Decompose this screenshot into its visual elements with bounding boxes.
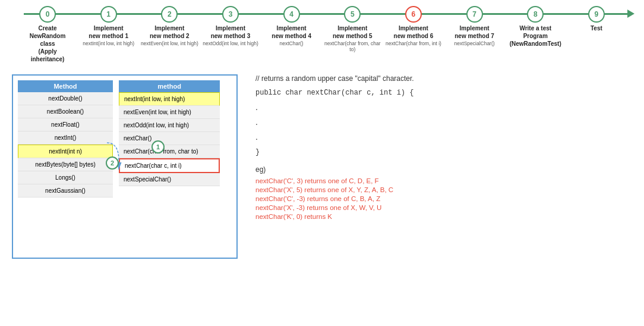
step-label-6: Implementnew method 6 xyxy=(394,24,434,40)
step-circle-4: 4 xyxy=(283,6,300,23)
annotation-circle-2: 2 xyxy=(106,156,119,170)
left-table-row-6: Longs() xyxy=(18,171,113,184)
example-line-1: nextChar('X', 5) returns one of X, Y, Z,… xyxy=(255,186,632,193)
left-table-row-1: nextBoolean() xyxy=(18,105,113,118)
timeline-step-7: 7 Implementnew method 7 nextSpecialChar(… xyxy=(445,6,504,63)
example-label: eg) xyxy=(255,165,632,174)
timeline: 0 CreateNewRandomclass(Applyinheritance)… xyxy=(0,0,644,71)
step-circle-7: 7 xyxy=(466,6,483,23)
dot-1: . xyxy=(255,100,632,115)
left-table-row-0: nextDouble() xyxy=(18,92,113,105)
step-circle-2: 2 xyxy=(161,6,178,23)
step-label-4: Implementnew method 4 xyxy=(272,24,311,40)
timeline-step-5: 5 Implementnew method 5 nextChar(char fr… xyxy=(323,6,382,63)
right-table-row-3: nextChar() xyxy=(119,132,220,145)
step-circle-3: 3 xyxy=(222,6,239,23)
right-table-row-4: nextChar(char from, char to) xyxy=(119,145,220,158)
dots-section: . . . xyxy=(255,100,632,145)
step-circle-8: 8 xyxy=(527,6,544,23)
examples-section: eg) nextChar('C', 3) returns one of C, D… xyxy=(255,165,632,220)
step-sublabel-5: nextChar(char from, char to) xyxy=(323,40,382,52)
step-circle-1: 1 xyxy=(100,6,117,23)
annotation-circle-1: 1 xyxy=(151,140,165,153)
left-table-header: Method xyxy=(18,80,113,92)
timeline-step-4: 4 Implementnew method 4 nextChar() xyxy=(262,6,321,63)
dot-2: . xyxy=(255,115,632,130)
step-circle-6: 6 xyxy=(405,6,422,23)
timeline-step-9: 9 Test xyxy=(567,6,626,63)
step-sublabel-7: nextSpecialChar() xyxy=(454,40,495,46)
right-content: // returns a random upper case "capital"… xyxy=(250,74,632,259)
diagram-inner: Method nextDouble() nextBoolean() nextFl… xyxy=(18,80,232,198)
step-sublabel-3: nextOdd(int low, int high) xyxy=(203,40,258,46)
right-table-row-2: nextOdd(int low, int high) xyxy=(119,119,220,132)
timeline-step-1: 1 Implementnew method 1 nextInt(int low,… xyxy=(79,6,138,63)
example-line-4: nextChar('K', 0) returns K xyxy=(255,213,632,220)
timeline-step-8: 8 Write a testProgram(NewRandomTest) xyxy=(506,6,565,63)
main-content: Method nextDouble() nextBoolean() nextFl… xyxy=(0,71,644,262)
right-table-row-6: nextSpecialChar() xyxy=(119,173,220,186)
timeline-step-6: 6 Implementnew method 6 nextChar(char fr… xyxy=(384,6,443,63)
step-circle-9: 9 xyxy=(588,6,605,23)
step-label-0: CreateNewRandomclass(Applyinheritance) xyxy=(30,24,66,63)
right-table: method nextInt(int low, int high) nextEv… xyxy=(119,80,220,198)
closing-brace: } xyxy=(255,148,632,156)
comment-line: // returns a random upper case "capital"… xyxy=(255,74,632,83)
left-table-row-7: nextGaussian() xyxy=(18,184,113,198)
step-sublabel-6: nextChar(char from, int i) xyxy=(386,40,441,46)
step-sublabel-1: nextInt(int low, int high) xyxy=(83,40,134,46)
timeline-step-2: 2 Implementnew method 2 nextEven(int low… xyxy=(140,6,199,63)
step-circle-5: 5 xyxy=(344,6,361,23)
right-table-row-0: nextInt(int low, int high) xyxy=(119,92,220,106)
step-label-2: Implementnew method 2 xyxy=(150,24,190,40)
example-line-0: nextChar('C', 3) returns one of C, D, E,… xyxy=(255,177,632,184)
timeline-steps: 0 CreateNewRandomclass(Applyinheritance)… xyxy=(12,6,632,63)
right-table-row-5: nextChar(char c, int i) xyxy=(119,158,220,173)
example-line-2: nextChar('C', -3) returns one of C, B, A… xyxy=(255,195,632,202)
step-label-9: Test xyxy=(591,24,602,32)
example-line-3: nextChar('X', -3) returns one of X, W, V… xyxy=(255,204,632,211)
timeline-step-3: 3 Implementnew method 3 nextOdd(int low,… xyxy=(201,6,260,63)
step-label-8: Write a testProgram(NewRandomTest) xyxy=(510,24,561,48)
diagram-box: Method nextDouble() nextBoolean() nextFl… xyxy=(12,74,238,259)
code-signature: public char nextChar(char c, int i) { xyxy=(255,89,632,97)
step-label-3: Implementnew method 3 xyxy=(211,24,251,40)
step-label-7: Implementnew method 7 xyxy=(454,24,494,40)
right-table-header: method xyxy=(119,80,220,92)
step-label-5: Implementnew method 5 xyxy=(333,24,372,40)
step-sublabel-4: nextChar() xyxy=(280,40,304,46)
right-table-row-1: nextEven(int low, int high) xyxy=(119,106,220,119)
step-circle-0: 0 xyxy=(39,6,56,23)
dot-3: . xyxy=(255,130,632,145)
step-label-1: Implementnew method 1 xyxy=(89,24,128,40)
timeline-step-0: 0 CreateNewRandomclass(Applyinheritance) xyxy=(18,6,77,63)
step-sublabel-2: nextEven(int low, int high) xyxy=(141,40,198,46)
